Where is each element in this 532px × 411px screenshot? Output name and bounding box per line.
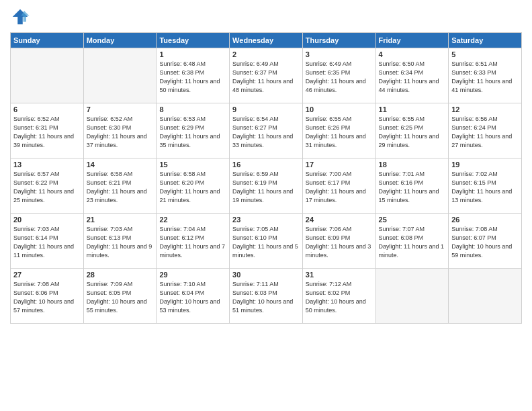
cell-info: Sunrise: 7:07 AMSunset: 6:08 PMDaylight:… — [379, 225, 446, 260]
cell-info: Sunrise: 6:58 AMSunset: 6:20 PMDaylight:… — [159, 170, 226, 205]
day-number: 20 — [13, 216, 81, 224]
cell-info: Sunrise: 6:49 AMSunset: 6:35 PMDaylight:… — [306, 60, 373, 95]
cell-info: Sunrise: 6:48 AMSunset: 6:38 PMDaylight:… — [159, 60, 226, 95]
day-number: 7 — [87, 105, 154, 113]
cell-info: Sunrise: 7:00 AMSunset: 6:17 PMDaylight:… — [306, 170, 373, 205]
logo — [10, 7, 32, 27]
day-header-wednesday: Wednesday — [230, 33, 303, 48]
calendar-cell: 9 Sunrise: 6:54 AMSunset: 6:27 PMDayligh… — [230, 103, 303, 158]
calendar-cell: 1 Sunrise: 6:48 AMSunset: 6:38 PMDayligh… — [157, 48, 230, 103]
week-row-2: 13 Sunrise: 6:57 AMSunset: 6:22 PMDaylig… — [11, 158, 522, 214]
day-number: 6 — [13, 105, 81, 113]
cell-info: Sunrise: 7:12 AMSunset: 6:02 PMDaylight:… — [306, 280, 373, 315]
cell-info: Sunrise: 6:51 AMSunset: 6:33 PMDaylight:… — [451, 60, 519, 95]
calendar-cell: 29 Sunrise: 7:10 AMSunset: 6:04 PMDaylig… — [157, 269, 230, 324]
cell-info: Sunrise: 6:58 AMSunset: 6:21 PMDaylight:… — [87, 170, 154, 205]
week-row-3: 20 Sunrise: 7:03 AMSunset: 6:14 PMDaylig… — [11, 214, 522, 269]
calendar-cell: 6 Sunrise: 6:52 AMSunset: 6:31 PMDayligh… — [11, 103, 84, 158]
day-number: 28 — [87, 271, 154, 279]
cell-info: Sunrise: 6:52 AMSunset: 6:31 PMDaylight:… — [13, 115, 81, 150]
cell-info: Sunrise: 7:11 AMSunset: 6:03 PMDaylight:… — [232, 280, 300, 315]
cell-info: Sunrise: 6:50 AMSunset: 6:34 PMDaylight:… — [379, 60, 446, 95]
calendar-cell: 12 Sunrise: 6:56 AMSunset: 6:24 PMDaylig… — [449, 103, 522, 158]
calendar-cell: 11 Sunrise: 6:55 AMSunset: 6:25 PMDaylig… — [375, 103, 449, 158]
day-header-sunday: Sunday — [11, 33, 84, 48]
calendar-cell — [375, 269, 449, 324]
header — [10, 7, 522, 27]
day-number: 1 — [159, 50, 226, 58]
header-row: SundayMondayTuesdayWednesdayThursdayFrid… — [11, 33, 522, 48]
day-number: 12 — [451, 105, 519, 113]
calendar-cell: 23 Sunrise: 7:05 AMSunset: 6:10 PMDaylig… — [230, 214, 303, 269]
cell-info: Sunrise: 7:04 AMSunset: 6:12 PMDaylight:… — [159, 225, 226, 260]
calendar-cell: 2 Sunrise: 6:49 AMSunset: 6:37 PMDayligh… — [230, 48, 303, 103]
calendar-cell: 22 Sunrise: 7:04 AMSunset: 6:12 PMDaylig… — [157, 214, 230, 269]
day-header-saturday: Saturday — [449, 33, 522, 48]
day-number: 10 — [306, 105, 373, 113]
cell-info: Sunrise: 7:03 AMSunset: 6:13 PMDaylight:… — [87, 225, 154, 260]
cell-info: Sunrise: 7:10 AMSunset: 6:04 PMDaylight:… — [159, 280, 226, 315]
calendar-cell — [83, 48, 157, 103]
cell-info: Sunrise: 7:01 AMSunset: 6:16 PMDaylight:… — [379, 170, 446, 205]
day-number: 4 — [379, 50, 446, 58]
calendar-cell: 17 Sunrise: 7:00 AMSunset: 6:17 PMDaylig… — [302, 158, 375, 214]
calendar-cell: 26 Sunrise: 7:08 AMSunset: 6:07 PMDaylig… — [449, 214, 522, 269]
day-number: 29 — [159, 271, 226, 279]
cell-info: Sunrise: 6:57 AMSunset: 6:22 PMDaylight:… — [13, 170, 81, 205]
day-number: 27 — [13, 271, 81, 279]
day-number: 19 — [451, 161, 519, 169]
calendar-cell: 19 Sunrise: 7:02 AMSunset: 6:15 PMDaylig… — [449, 158, 522, 214]
calendar-cell — [11, 48, 84, 103]
calendar-cell: 24 Sunrise: 7:06 AMSunset: 6:09 PMDaylig… — [302, 214, 375, 269]
calendar-cell: 10 Sunrise: 6:55 AMSunset: 6:26 PMDaylig… — [302, 103, 375, 158]
cell-info: Sunrise: 6:54 AMSunset: 6:27 PMDaylight:… — [232, 115, 300, 150]
day-number: 16 — [232, 161, 300, 169]
day-number: 22 — [159, 216, 226, 224]
cell-info: Sunrise: 7:08 AMSunset: 6:06 PMDaylight:… — [13, 280, 81, 315]
day-number: 15 — [159, 161, 226, 169]
logo-icon — [10, 7, 30, 27]
day-number: 24 — [306, 216, 373, 224]
day-number: 21 — [87, 216, 154, 224]
cell-info: Sunrise: 6:49 AMSunset: 6:37 PMDaylight:… — [232, 60, 300, 95]
day-header-tuesday: Tuesday — [157, 33, 230, 48]
day-header-friday: Friday — [375, 33, 449, 48]
day-number: 26 — [451, 216, 519, 224]
calendar-cell: 28 Sunrise: 7:09 AMSunset: 6:05 PMDaylig… — [83, 269, 157, 324]
calendar-cell: 4 Sunrise: 6:50 AMSunset: 6:34 PMDayligh… — [375, 48, 449, 103]
calendar-cell: 27 Sunrise: 7:08 AMSunset: 6:06 PMDaylig… — [11, 269, 84, 324]
day-number: 2 — [232, 50, 300, 58]
calendar-cell: 3 Sunrise: 6:49 AMSunset: 6:35 PMDayligh… — [302, 48, 375, 103]
calendar-cell: 21 Sunrise: 7:03 AMSunset: 6:13 PMDaylig… — [83, 214, 157, 269]
cell-info: Sunrise: 7:08 AMSunset: 6:07 PMDaylight:… — [451, 225, 519, 260]
calendar-cell: 16 Sunrise: 6:59 AMSunset: 6:19 PMDaylig… — [230, 158, 303, 214]
calendar-cell: 18 Sunrise: 7:01 AMSunset: 6:16 PMDaylig… — [375, 158, 449, 214]
cell-info: Sunrise: 6:55 AMSunset: 6:26 PMDaylight:… — [306, 115, 373, 150]
day-number: 13 — [13, 161, 81, 169]
cell-info: Sunrise: 7:03 AMSunset: 6:14 PMDaylight:… — [13, 225, 81, 260]
day-number: 23 — [232, 216, 300, 224]
cell-info: Sunrise: 7:05 AMSunset: 6:10 PMDaylight:… — [232, 225, 300, 260]
cell-info: Sunrise: 7:09 AMSunset: 6:05 PMDaylight:… — [87, 280, 154, 315]
day-number: 11 — [379, 105, 446, 113]
day-number: 5 — [451, 50, 519, 58]
day-header-monday: Monday — [83, 33, 157, 48]
calendar-cell: 14 Sunrise: 6:58 AMSunset: 6:21 PMDaylig… — [83, 158, 157, 214]
calendar-cell: 13 Sunrise: 6:57 AMSunset: 6:22 PMDaylig… — [11, 158, 84, 214]
cell-info: Sunrise: 7:06 AMSunset: 6:09 PMDaylight:… — [306, 225, 373, 260]
day-number: 25 — [379, 216, 446, 224]
cell-info: Sunrise: 6:59 AMSunset: 6:19 PMDaylight:… — [232, 170, 300, 205]
calendar-cell: 5 Sunrise: 6:51 AMSunset: 6:33 PMDayligh… — [449, 48, 522, 103]
day-number: 17 — [306, 161, 373, 169]
cell-info: Sunrise: 7:02 AMSunset: 6:15 PMDaylight:… — [451, 170, 519, 205]
day-number: 3 — [306, 50, 373, 58]
calendar-cell — [449, 269, 522, 324]
week-row-4: 27 Sunrise: 7:08 AMSunset: 6:06 PMDaylig… — [11, 269, 522, 324]
calendar-cell: 7 Sunrise: 6:52 AMSunset: 6:30 PMDayligh… — [83, 103, 157, 158]
day-number: 8 — [159, 105, 226, 113]
calendar-cell: 20 Sunrise: 7:03 AMSunset: 6:14 PMDaylig… — [11, 214, 84, 269]
cell-info: Sunrise: 6:56 AMSunset: 6:24 PMDaylight:… — [451, 115, 519, 150]
calendar-table: SundayMondayTuesdayWednesdayThursdayFrid… — [10, 32, 522, 324]
day-number: 18 — [379, 161, 446, 169]
calendar-cell: 31 Sunrise: 7:12 AMSunset: 6:02 PMDaylig… — [302, 269, 375, 324]
